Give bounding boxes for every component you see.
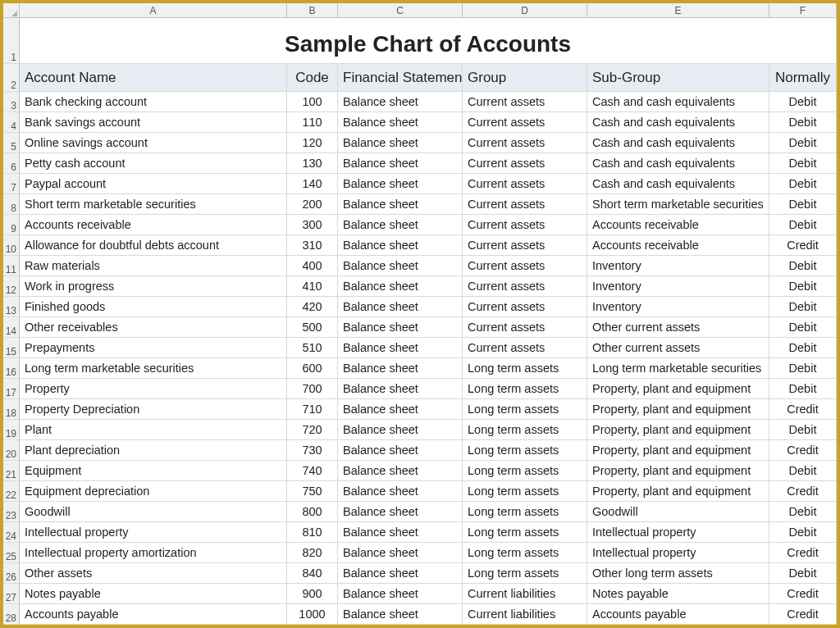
cell-code[interactable]: 820 (287, 543, 338, 562)
row-number[interactable]: 3 (3, 92, 19, 112)
cell-code[interactable]: 800 (287, 502, 338, 521)
header-group[interactable]: Group (463, 64, 587, 91)
cell-subgroup[interactable]: Property, plant and equipment (587, 399, 769, 419)
cell-group[interactable]: Current assets (463, 338, 587, 357)
cell-account-name[interactable]: Finished goods (20, 297, 287, 316)
cell-normally[interactable]: Debit (769, 338, 837, 357)
cell-subgroup[interactable]: Inventory (587, 256, 769, 275)
row-number[interactable]: 11 (3, 256, 19, 276)
cell-code[interactable]: 500 (287, 317, 338, 337)
header-sub-group[interactable]: Sub-Group (587, 64, 769, 91)
cell-statement[interactable]: Balance sheet (338, 461, 463, 480)
cell-statement[interactable]: Balance sheet (338, 440, 463, 460)
cell-statement[interactable]: Balance sheet (338, 502, 463, 521)
title-cell[interactable]: Sample Chart of Accounts (20, 18, 837, 63)
cell-subgroup[interactable]: Long term marketable securities (587, 358, 769, 378)
cell-group[interactable]: Long term assets (463, 420, 587, 439)
cell-account-name[interactable]: Property (20, 379, 287, 398)
cell-statement[interactable]: Balance sheet (338, 133, 463, 152)
cell-account-name[interactable]: Bank checking account (20, 92, 287, 111)
cell-normally[interactable]: Credit (769, 584, 837, 603)
cell-subgroup[interactable]: Inventory (587, 297, 769, 316)
cell-subgroup[interactable]: Other current assets (587, 338, 769, 357)
row-number[interactable]: 2 (3, 64, 19, 92)
cell-statement[interactable]: Balance sheet (338, 604, 463, 624)
cell-group[interactable]: Current assets (463, 112, 587, 132)
header-financial-statement[interactable]: Financial Statement (338, 64, 463, 91)
cell-subgroup[interactable]: Short term marketable securities (587, 194, 769, 214)
cell-code[interactable]: 750 (287, 481, 338, 501)
cell-group[interactable]: Current assets (463, 297, 587, 316)
col-header-D[interactable]: D (463, 3, 587, 17)
cell-normally[interactable]: Credit (769, 440, 837, 460)
cell-account-name[interactable]: Long term marketable securities (20, 358, 287, 378)
cell-account-name[interactable]: Notes payable (20, 584, 287, 603)
cell-account-name[interactable]: Intellectual property amortization (20, 543, 287, 562)
cell-code[interactable]: 110 (287, 112, 338, 132)
cell-normally[interactable]: Debit (769, 92, 837, 111)
cell-statement[interactable]: Balance sheet (338, 112, 463, 132)
row-number[interactable]: 21 (3, 461, 19, 481)
col-header-C[interactable]: C (338, 3, 463, 17)
cell-code[interactable]: 600 (287, 358, 338, 378)
cell-code[interactable]: 840 (287, 563, 338, 583)
cell-statement[interactable]: Balance sheet (338, 481, 463, 501)
cell-subgroup[interactable]: Cash and cash equivalents (587, 92, 769, 111)
row-number[interactable]: 19 (3, 420, 19, 440)
row-number[interactable]: 20 (3, 440, 19, 461)
cell-normally[interactable]: Debit (769, 297, 837, 316)
row-number[interactable]: 10 (3, 235, 19, 256)
cell-normally[interactable]: Credit (769, 543, 837, 562)
cell-code[interactable]: 300 (287, 215, 338, 234)
cell-group[interactable]: Current assets (463, 276, 587, 296)
cell-normally[interactable]: Debit (769, 379, 837, 398)
cell-code[interactable]: 400 (287, 256, 338, 275)
cell-account-name[interactable]: Other receivables (20, 317, 287, 337)
cell-statement[interactable]: Balance sheet (338, 297, 463, 316)
cell-normally[interactable]: Credit (769, 235, 837, 255)
cell-code[interactable]: 730 (287, 440, 338, 460)
cell-subgroup[interactable]: Accounts receivable (587, 235, 769, 255)
row-number[interactable]: 25 (3, 543, 19, 563)
cell-group[interactable]: Long term assets (463, 522, 587, 542)
cell-normally[interactable]: Debit (769, 502, 837, 521)
cell-statement[interactable]: Balance sheet (338, 358, 463, 378)
row-number[interactable]: 6 (3, 153, 19, 174)
cell-code[interactable]: 1000 (287, 604, 338, 624)
cell-statement[interactable]: Balance sheet (338, 399, 463, 419)
cell-subgroup[interactable]: Goodwill (587, 502, 769, 521)
cell-group[interactable]: Current assets (463, 92, 587, 111)
cell-normally[interactable]: Debit (769, 133, 837, 152)
cell-account-name[interactable]: Short term marketable securities (20, 194, 287, 214)
cell-code[interactable]: 100 (287, 92, 338, 111)
cell-code[interactable]: 810 (287, 522, 338, 542)
col-header-E[interactable]: E (587, 3, 769, 17)
cell-normally[interactable]: Credit (769, 399, 837, 419)
row-number[interactable]: 16 (3, 358, 19, 379)
row-number[interactable]: 27 (3, 584, 19, 604)
cell-code[interactable]: 310 (287, 235, 338, 255)
cell-subgroup[interactable]: Property, plant and equipment (587, 379, 769, 398)
cell-normally[interactable]: Credit (769, 604, 837, 624)
cell-normally[interactable]: Debit (769, 522, 837, 542)
cell-account-name[interactable]: Work in progress (20, 276, 287, 296)
cell-account-name[interactable]: Plant depreciation (20, 440, 287, 460)
row-number[interactable]: 4 (3, 112, 19, 133)
row-number[interactable]: 15 (3, 338, 19, 358)
cell-code[interactable]: 720 (287, 420, 338, 439)
cell-subgroup[interactable]: Other current assets (587, 317, 769, 337)
header-account-name[interactable]: Account Name (20, 64, 287, 91)
cell-statement[interactable]: Balance sheet (338, 338, 463, 357)
row-number[interactable]: 12 (3, 276, 19, 297)
cell-group[interactable]: Long term assets (463, 399, 587, 419)
cell-account-name[interactable]: Petty cash account (20, 153, 287, 173)
select-all-corner[interactable] (3, 3, 20, 17)
cell-statement[interactable]: Balance sheet (338, 276, 463, 296)
cell-subgroup[interactable]: Inventory (587, 276, 769, 296)
row-number[interactable]: 24 (3, 522, 19, 543)
row-number[interactable]: 26 (3, 563, 19, 584)
cell-group[interactable]: Long term assets (463, 563, 587, 583)
col-header-F[interactable]: F (769, 3, 837, 17)
row-number[interactable]: 23 (3, 502, 19, 522)
cell-account-name[interactable]: Paypal account (20, 174, 287, 193)
